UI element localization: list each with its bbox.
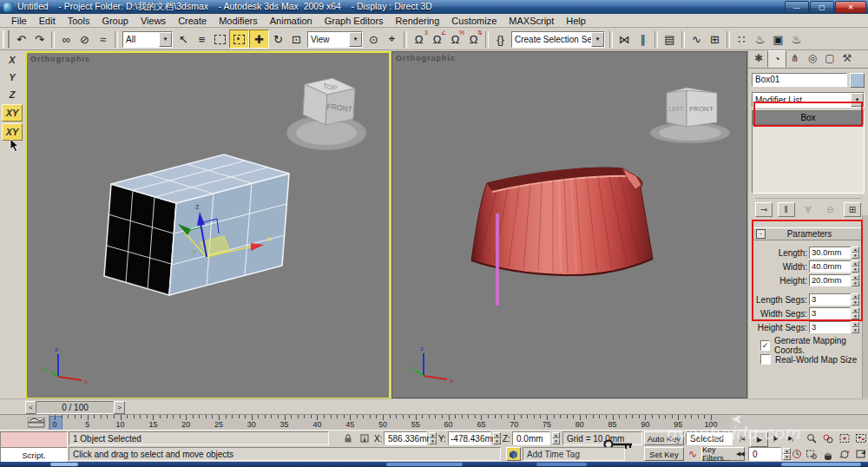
track-bar-ruler[interactable]: 0510152025303540455055606570758085909510… <box>49 415 730 431</box>
select-and-link-button[interactable]: ∞ <box>57 30 76 48</box>
axis-constraint-button[interactable]: Y <box>3 69 22 85</box>
zoom-region-icon[interactable] <box>804 447 819 461</box>
close-button[interactable]: ✕ <box>835 1 866 14</box>
axis-constraint-button[interactable]: XY <box>2 123 23 141</box>
command-panel-tab[interactable]: ⋔ <box>786 50 804 66</box>
edit-named-selection-sets-button[interactable]: {} <box>491 30 510 48</box>
zoom-all-icon[interactable] <box>820 431 835 445</box>
parameter-spinner-field[interactable]: 30.0mm ▴▾ <box>809 247 859 259</box>
axis-constraint-button[interactable]: X <box>3 52 22 68</box>
maximize-button[interactable]: ▢ <box>810 1 834 14</box>
play-button[interactable]: ▶ <box>750 431 768 447</box>
menu-item[interactable]: Create <box>172 16 213 26</box>
viewport-label[interactable]: Orthographic <box>30 55 90 63</box>
rollout-collapse-icon[interactable]: - <box>756 229 766 239</box>
select-object-button[interactable]: ↖ <box>174 30 193 48</box>
command-panel-tab[interactable]: ▢ <box>821 50 838 66</box>
chevron-down-icon[interactable]: ▾ <box>591 32 604 47</box>
modifier-stack[interactable]: Box <box>752 110 865 194</box>
menu-item[interactable]: Graph Editors <box>319 16 390 26</box>
selection-lock-icon[interactable] <box>340 431 355 445</box>
parameter-spinner-field[interactable]: 20.0mm ▴▾ <box>809 274 859 286</box>
y-spinner[interactable]: ▴▾ <box>493 432 501 444</box>
percent-snap-toggle-button[interactable]: Ω% <box>446 30 464 48</box>
parameter-spinner-field[interactable]: 40.0mm ▴▾ <box>809 260 859 273</box>
viewport-label[interactable]: Orthographic <box>396 54 456 62</box>
window-crossing-toggle[interactable] <box>229 30 249 49</box>
spinner-snap-toggle-button[interactable]: Ω⇅ <box>464 30 483 48</box>
menu-item[interactable]: Customize <box>445 16 503 26</box>
checkbox[interactable]: ✓ <box>760 354 771 365</box>
set-key-button[interactable]: Set Key <box>644 447 684 461</box>
schematic-view-button[interactable]: ⊞ <box>706 30 724 48</box>
rect-selection-region-button[interactable] <box>211 30 229 48</box>
box-object[interactable] <box>104 155 289 295</box>
y-coordinate-field[interactable]: -478.436mm <box>448 431 491 445</box>
parameters-rollout-header[interactable]: - Parameters <box>753 227 864 240</box>
checkbox[interactable]: ✓ <box>760 340 770 351</box>
mirror-button[interactable]: ⋈ <box>615 30 634 48</box>
modifier-stack-tool-button[interactable]: ‖ <box>778 202 795 217</box>
viewcube-right-viewport[interactable]: LEFT FRONT <box>650 88 730 143</box>
panel-scrollbar[interactable] <box>862 215 868 398</box>
menu-item[interactable]: MAXScript <box>503 16 560 26</box>
viewport-right-orthographic[interactable]: LEFT FRONT <box>391 51 747 398</box>
key-filter-curve-icon[interactable]: ∿ <box>686 447 700 461</box>
taskbar-item[interactable] <box>536 463 587 466</box>
select-by-name-button[interactable]: ≡ <box>193 30 211 48</box>
object-name-field[interactable]: Box01 <box>752 73 847 87</box>
menu-item[interactable]: Group <box>95 16 135 26</box>
menu-item[interactable]: Views <box>135 16 172 26</box>
angle-snap-toggle-button[interactable]: Ω∠ <box>428 30 446 48</box>
time-slider-next-button[interactable]: > <box>114 401 125 414</box>
menu-item[interactable]: Edit <box>33 16 62 26</box>
toolbar-drag-handle[interactable] <box>3 30 10 48</box>
menu-item[interactable]: Help <box>560 16 592 26</box>
select-and-scale-button[interactable]: ⊡ <box>287 30 306 48</box>
zoom-icon[interactable] <box>804 431 819 445</box>
unlink-selection-button[interactable]: ⊘ <box>76 30 94 48</box>
material-editor-button[interactable]: ∷ <box>733 30 751 48</box>
zoom-extents-all-icon[interactable] <box>853 431 868 445</box>
menu-item[interactable]: Tools <box>62 16 96 26</box>
viewcube-front-label[interactable]: FRONT <box>689 105 713 113</box>
menu-item[interactable]: Rendering <box>390 16 446 26</box>
named-selection-set-combo[interactable]: Create Selection Set▾ <box>511 31 605 48</box>
reference-coordinate-dropdown[interactable]: View▾ <box>307 31 363 48</box>
time-config-icon[interactable] <box>790 447 803 461</box>
x-spinner[interactable]: ▴▾ <box>429 432 437 444</box>
select-and-manipulate-button[interactable]: ⌖ <box>383 30 401 48</box>
chevron-down-icon[interactable]: ▾ <box>159 32 172 47</box>
modifier-stack-tool-button[interactable]: ⊞ <box>844 202 861 217</box>
menu-item[interactable]: File <box>5 16 33 26</box>
pan-hand-icon[interactable] <box>820 447 835 461</box>
command-panel-tab[interactable]: ◎ <box>804 50 821 66</box>
chevron-down-icon[interactable]: ▾ <box>851 93 864 107</box>
auto-key-button[interactable]: Auto Key <box>644 431 684 445</box>
modifier-stack-row[interactable]: Box <box>753 111 864 125</box>
viewport-left-orthographic[interactable]: TOP FRONT <box>25 51 391 399</box>
modifier-stack-tool-button[interactable]: ∀ <box>799 202 817 217</box>
chevron-down-icon[interactable]: ▾ <box>349 32 362 47</box>
undo-button[interactable]: ↶ <box>12 30 30 48</box>
axis-constraint-button[interactable]: XY <box>2 104 23 122</box>
z-coordinate-field[interactable]: 0.0mm <box>512 431 550 445</box>
snaps-toggle-button[interactable]: Ω3 <box>410 30 428 48</box>
command-panel-tab[interactable]: ⚒ <box>838 50 856 66</box>
menu-item[interactable]: Modifiers <box>213 16 264 26</box>
select-and-rotate-button[interactable]: ↻ <box>269 30 287 48</box>
taskbar-item[interactable] <box>386 463 463 466</box>
redo-button[interactable]: ↷ <box>30 30 49 48</box>
key-mode-toggle[interactable]: ◀◀ <box>733 447 746 461</box>
go-to-end-button[interactable]: ▶| <box>784 431 797 445</box>
track-bar[interactable]: 0510152025303540455055606570758085909510… <box>0 414 868 431</box>
next-frame-button[interactable]: |▶ <box>769 431 782 445</box>
viewcube-left-label[interactable]: LEFT <box>668 106 684 112</box>
selection-filter-dropdown[interactable]: All▾ <box>122 31 173 48</box>
go-to-start-button[interactable]: |◀ <box>735 431 748 445</box>
parameter-spinner-field[interactable]: 3 ▴▾ <box>809 321 859 333</box>
object-color-swatch[interactable] <box>850 73 865 88</box>
rendered-frame-button[interactable]: ▣ <box>769 30 787 48</box>
command-panel-tab[interactable]: ✱ <box>750 50 767 66</box>
arc-rotate-icon[interactable] <box>837 447 852 461</box>
